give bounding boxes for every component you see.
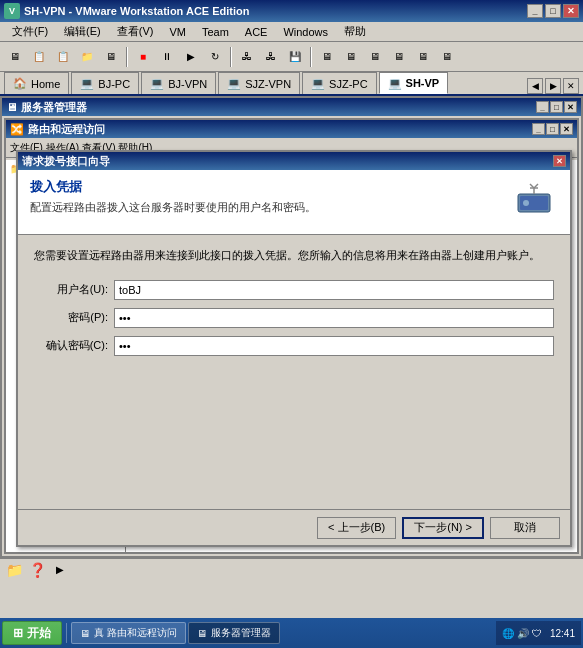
server-manager-controls: _ □ ✕ <box>536 101 577 113</box>
username-input[interactable] <box>114 280 554 300</box>
back-button[interactable]: < 上一步(B) <box>317 517 396 539</box>
tab-sjz-pc[interactable]: 💻 SJZ-PC <box>302 72 377 94</box>
tab-bj-vpn[interactable]: 💻 BJ-VPN <box>141 72 216 94</box>
confirm-password-input[interactable] <box>114 336 554 356</box>
password-input[interactable] <box>114 308 554 328</box>
tab-next-button[interactable]: ▶ <box>545 78 561 94</box>
tab-sjz-vpn-label: SJZ-VPN <box>245 78 291 90</box>
server-manager-window: 🖥 服务器管理器 _ □ ✕ 🔀 路由和远程访问 _ □ ✕ 文件(F) <box>0 96 583 558</box>
sjz-vpn-icon: 💻 <box>227 77 241 90</box>
taskbar-separator <box>66 623 67 643</box>
toolbar-btn-13[interactable]: 🖥 <box>412 46 434 68</box>
toolbar-btn-9[interactable]: 🖥 <box>316 46 338 68</box>
tab-bj-pc[interactable]: 💻 BJ-PC <box>71 72 139 94</box>
toolbar-play[interactable]: ▶ <box>180 46 202 68</box>
tab-prev-button[interactable]: ◀ <box>527 78 543 94</box>
dialog-close-button[interactable]: ✕ <box>553 155 566 167</box>
menu-view[interactable]: 查看(V) <box>109 22 162 41</box>
tab-home[interactable]: 🏠 Home <box>4 72 69 94</box>
dialog-header-content: 拨入凭据 配置远程路由器拨入这台服务器时要使用的用户名和密码。 <box>30 178 316 215</box>
toolbar-refresh[interactable]: ↻ <box>204 46 226 68</box>
route-maximize[interactable]: □ <box>546 123 559 135</box>
tab-sh-vp[interactable]: 💻 SH-VP <box>379 72 449 94</box>
shield-icon: 🛡 <box>532 628 542 639</box>
minimize-button[interactable]: _ <box>527 4 543 18</box>
menu-windows[interactable]: Windows <box>275 24 336 40</box>
start-button[interactable]: ⊞ 开始 <box>2 621 62 645</box>
main-area: 🖥 服务器管理器 _ □ ✕ 🔀 路由和远程访问 _ □ ✕ 文件(F) <box>0 96 583 558</box>
server-manager-icon: 🖥 <box>6 101 17 113</box>
route-window-title: 🔀 路由和远程访问 _ □ ✕ <box>6 120 577 138</box>
start-icon: ⊞ <box>13 626 23 640</box>
dialog-heading-area: 拨入凭据 配置远程路由器拨入这台服务器时要使用的用户名和密码。 <box>30 178 316 215</box>
confirm-password-label: 确认密码(C): <box>34 338 114 353</box>
menu-vm[interactable]: VM <box>161 24 194 40</box>
toolbar-btn-8[interactable]: 💾 <box>284 46 306 68</box>
dialog-header-icon <box>510 178 558 226</box>
tab-sjz-vpn[interactable]: 💻 SJZ-VPN <box>218 72 300 94</box>
route-minimize[interactable]: _ <box>532 123 545 135</box>
toolbar-btn-6[interactable]: 🖧 <box>236 46 258 68</box>
title-controls: _ □ ✕ <box>527 4 579 18</box>
home-icon: 🏠 <box>13 77 27 90</box>
dialog-title-text: 请求拨号接口向导 <box>22 154 110 169</box>
maximize-button[interactable]: □ <box>545 4 561 18</box>
toolbar-btn-11[interactable]: 🖥 <box>364 46 386 68</box>
dialog-description: 您需要设置远程路由器用来连接到此接口的拨入凭据。您所输入的信息将用来在路由器上创… <box>34 247 554 264</box>
next-button[interactable]: 下一步(N) > <box>402 517 484 539</box>
toolbar-pause[interactable]: ⏸ <box>156 46 178 68</box>
toolbar-btn-14[interactable]: 🖥 <box>436 46 458 68</box>
dialog-subheading: 配置远程路由器拨入这台服务器时要使用的用户名和密码。 <box>30 200 316 215</box>
username-row: 用户名(U): <box>34 280 554 300</box>
toolbar-btn-10[interactable]: 🖥 <box>340 46 362 68</box>
close-button[interactable]: ✕ <box>563 4 579 18</box>
bj-pc-icon: 💻 <box>80 77 94 90</box>
toolbar-btn-5[interactable]: 🖥 <box>100 46 122 68</box>
dialog-footer: < 上一步(B) 下一步(N) > 取消 <box>18 509 570 545</box>
title-bar-text: V SH-VPN - VMware Workstation ACE Editio… <box>4 3 527 19</box>
menu-ace[interactable]: ACE <box>237 24 276 40</box>
route-taskbar-label: 真 路由和远程访问 <box>94 626 177 640</box>
network-icon: 🌐 <box>502 628 514 639</box>
taskbar-time: 12:41 <box>550 628 575 639</box>
server-manager-title: 🖥 服务器管理器 _ □ ✕ <box>2 98 581 116</box>
toolbar-stop[interactable]: ■ <box>132 46 154 68</box>
tab-close-button[interactable]: ✕ <box>563 78 579 94</box>
window-title: SH-VPN - VMware Workstation ACE Edition <box>24 5 250 17</box>
title-bar: V SH-VPN - VMware Workstation ACE Editio… <box>0 0 583 22</box>
tab-bj-pc-label: BJ-PC <box>98 78 130 90</box>
toolbar-btn-3[interactable]: 📋 <box>52 46 74 68</box>
toolbar-btn-4[interactable]: 📁 <box>76 46 98 68</box>
toolbar: 🖥 📋 📋 📁 🖥 ■ ⏸ ▶ ↻ 🖧 🖧 💾 🖥 🖥 🖥 🖥 🖥 🖥 <box>0 42 583 72</box>
tab-bar: 🏠 Home 💻 BJ-PC 💻 BJ-VPN 💻 SJZ-VPN 💻 SJZ-… <box>0 72 583 96</box>
status-icon-help[interactable]: ❓ <box>29 562 46 578</box>
tab-bj-vpn-label: BJ-VPN <box>168 78 207 90</box>
menu-bar: 文件(F) 编辑(E) 查看(V) VM Team ACE Windows 帮助 <box>0 22 583 42</box>
route-taskbar-icon: 🖥 <box>80 628 90 639</box>
server-manager-close[interactable]: ✕ <box>564 101 577 113</box>
taskbar: ⊞ 开始 🖥 真 路由和远程访问 🖥 服务器管理器 🌐 🔊 🛡 12:41 <box>0 618 583 648</box>
svg-point-2 <box>523 200 529 206</box>
toolbar-btn-1[interactable]: 🖥 <box>4 46 26 68</box>
taskbar-item-server[interactable]: 🖥 服务器管理器 <box>188 622 280 644</box>
toolbar-btn-2[interactable]: 📋 <box>28 46 50 68</box>
menu-help[interactable]: 帮助 <box>336 22 374 41</box>
dial-wizard-dialog: 请求拨号接口向导 ✕ 拨入凭据 配置远程路由器拨入这台服务器时要使用的用户名和密… <box>16 150 572 547</box>
taskbar-item-route[interactable]: 🖥 真 路由和远程访问 <box>71 622 186 644</box>
server-manager-maximize[interactable]: □ <box>550 101 563 113</box>
server-manager-minimize[interactable]: _ <box>536 101 549 113</box>
menu-team[interactable]: Team <box>194 24 237 40</box>
tab-sh-vp-label: SH-VP <box>406 77 440 89</box>
toolbar-separator-3 <box>310 47 312 67</box>
toolbar-btn-12[interactable]: 🖥 <box>388 46 410 68</box>
toolbar-btn-7[interactable]: 🖧 <box>260 46 282 68</box>
username-label: 用户名(U): <box>34 282 114 297</box>
cancel-button[interactable]: 取消 <box>490 517 560 539</box>
dialog-heading: 拨入凭据 <box>30 178 316 196</box>
menu-file[interactable]: 文件(F) <box>4 22 56 41</box>
route-close[interactable]: ✕ <box>560 123 573 135</box>
dialog-header: 拨入凭据 配置远程路由器拨入这台服务器时要使用的用户名和密码。 <box>18 170 570 235</box>
menu-edit[interactable]: 编辑(E) <box>56 22 109 41</box>
toolbar-separator-1 <box>126 47 128 67</box>
sys-tray-icons: 🌐 🔊 🛡 <box>502 628 542 639</box>
